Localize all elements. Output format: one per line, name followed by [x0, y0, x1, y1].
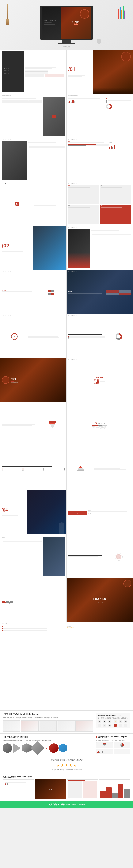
- star-5: ★: [73, 763, 77, 768]
- slide-steps[interactable]: Click to edit Master title style Step 01…: [0, 578, 66, 622]
- page-container: iSlide™ PowerPoint standard template ANN…: [0, 0, 133, 808]
- preview-thumb[interactable]: [67, 779, 98, 799]
- smart-diagram-title: 编辑智能图表 Edit Smart Diagram: [98, 736, 128, 738]
- row-5: /02 Section Header Here: [0, 226, 133, 270]
- slide-checklist[interactable]: Click to edit Master title style Text he…: [0, 534, 66, 578]
- unified-fonts-title: Unified fonts make reading more fluent: [91, 419, 108, 421]
- slide-funnel[interactable]: Click to edit Master title style: [0, 402, 66, 446]
- hero-watermark: 爱幻灯网: [63, 45, 70, 48]
- slide-s01-a[interactable]: Click to edit Master title style: [0, 94, 66, 137]
- slide-pyramid[interactable]: Click to edit Master title style: [67, 446, 133, 490]
- slide-text-here[interactable]: Click to edit Master title style TEXT HE…: [67, 358, 133, 402]
- slide-s02-cover[interactable]: /02 Section Header Here: [0, 226, 66, 270]
- rating-label: 如果您喜欢此模板，请给我们五星好评: [3, 759, 130, 762]
- slide-hexagon[interactable]: Click to edit Master title style Text Ti…: [0, 270, 66, 314]
- star-1: ★: [56, 763, 60, 768]
- slide-text-blocks[interactable]: Click to edit Master title style: [67, 182, 133, 226]
- slide-timeline[interactable]: Click to edit Master title style: [0, 446, 66, 490]
- monitor-subtitle: standard template: [44, 22, 58, 23]
- quick-slide-desc: 使用iSlide插件可以帮助您更高效地完成演示文稿的设计工作，让您专注于内容创作…: [3, 717, 93, 719]
- slide-thanks[interactable]: THANKS Thank you for watching: [67, 578, 133, 622]
- star-2: ★: [60, 763, 64, 768]
- monitor: iSlide™ PowerPoint standard template ANN…: [40, 6, 93, 44]
- row-2: Click to edit Master title style: [0, 94, 133, 137]
- quick-slide-section: 快捷幻灯片设计 Quick Slide Design 使用iSlide插件可以帮…: [0, 711, 133, 734]
- picture-fill-title: 图片填充功能 Picture Fill: [4, 736, 28, 738]
- slide-contents[interactable]: CONTENTS 01 Section Title 02 Section Tit…: [0, 50, 66, 94]
- slide-unified-fonts[interactable]: Unified fonts make reading more fluent A…: [67, 402, 133, 446]
- vase-decoration: [6, 4, 9, 25]
- more-section-title: 更多幻灯片样式 More Slide Styles: [3, 776, 130, 778]
- slide-circle-diagram[interactable]: Click to edit Master title style 01: [0, 314, 66, 358]
- pencils-decoration: [118, 6, 125, 19]
- rating-sublabel: 如果您对此模板满意，欢迎给予五星好评和分享: [3, 769, 130, 771]
- preview-thumb[interactable]: 2017: [35, 779, 66, 799]
- row-8: /03 Section Header Here Click to edit Ma…: [0, 358, 133, 402]
- row-14: 此模板如何使用 How to Use This Template 1 2: [0, 622, 133, 710]
- row-3: Click to edit Master title style: [0, 138, 133, 182]
- slide-s01-b[interactable]: Click to edit Master title style: [67, 94, 133, 137]
- footer-text: 更多免费PPT模板 www.islide365.com: [48, 803, 85, 806]
- slide-keyword[interactable]: Keyword: [0, 182, 66, 226]
- slide-radar[interactable]: Click to edit Master title style: [67, 534, 133, 578]
- row-6: Click to edit Master title style Text Ti…: [0, 270, 133, 314]
- bottom-info-area: 快捷幻灯片设计 Quick Slide Design 使用iSlide插件可以帮…: [0, 711, 133, 802]
- slide-doughnut[interactable]: Click to edit Master title style: [67, 314, 133, 358]
- slide-s03-cover[interactable]: /03 Section Header Here: [0, 358, 66, 402]
- replace-icons-desc: 所有图标均为矢量图形，可以任意调整大小和颜色。: [98, 717, 129, 719]
- monitor-brand: iSlide™ PowerPoint: [44, 20, 58, 21]
- preview-thumb[interactable]: [99, 779, 130, 799]
- row-10: Click to edit Master title style: [0, 446, 133, 490]
- row-13: Click to edit Master title style Step 01…: [0, 578, 133, 622]
- slide-tech-dark[interactable]: Click to edit Master title style Text Ti…: [67, 270, 133, 314]
- hero-section: iSlide™ PowerPoint standard template ANN…: [0, 0, 133, 50]
- preview-thumb[interactable]: [3, 779, 34, 799]
- slide-book[interactable]: Click to edit Master title style Text Ti…: [67, 490, 133, 534]
- slide-how-to[interactable]: 此模板如何使用 How to Use This Template 1 2: [0, 622, 133, 710]
- slide-s01-cover[interactable]: /01 Section Header Here: [67, 50, 133, 94]
- row-12: Click to edit Master title style Text he…: [0, 534, 133, 578]
- row-11: /04 Section Header Here: [0, 490, 133, 534]
- row-4: Keyword: [0, 182, 133, 226]
- slide-s01-d[interactable]: Click to edit Master title style 45%: [67, 138, 133, 182]
- quick-slide-title: 快捷幻灯片设计 Quick Slide Design: [4, 713, 39, 715]
- row-9: Click to edit Master title style: [0, 402, 133, 446]
- star-3: ★: [65, 763, 68, 768]
- rating-section: 如果您喜欢此模板，请给我们五星好评 ★ ★ ★ ★ ★ 如果您对此模板满意，欢迎…: [0, 756, 133, 773]
- picture-fill-section: 图片填充功能 Picture Fill 支持将图片快速填充到形状中，让您的演示更…: [0, 734, 133, 757]
- more-templates-section: 更多幻灯片样式 More Slide Styles: [0, 773, 133, 801]
- smart-diagram-desc: 内置多种智能图表模板，一键生成专业图表效果。: [96, 739, 130, 741]
- slides-area: CONTENTS 01 Section Title 02 Section Tit…: [0, 50, 133, 711]
- star-4: ★: [69, 763, 73, 768]
- slide-s04-cover[interactable]: /04 Section Header Here: [0, 490, 66, 534]
- row-1: CONTENTS 01 Section Title 02 Section Tit…: [0, 50, 133, 94]
- replace-icons-title: 轻松替换矢量图标 Replace Icons: [98, 714, 129, 716]
- footer-banner[interactable]: 更多免费PPT模板 www.islide365.com: [0, 801, 133, 808]
- slide-s02-a[interactable]: Click to edit Master title style: [67, 226, 133, 270]
- picture-fill-desc: 支持将图片快速填充到形状中，让您的演示更加生动美观，提升视觉效果。: [3, 740, 93, 742]
- slide-s01-c[interactable]: Click to edit Master title style: [0, 138, 66, 182]
- row-7: Click to edit Master title style 01: [0, 314, 133, 358]
